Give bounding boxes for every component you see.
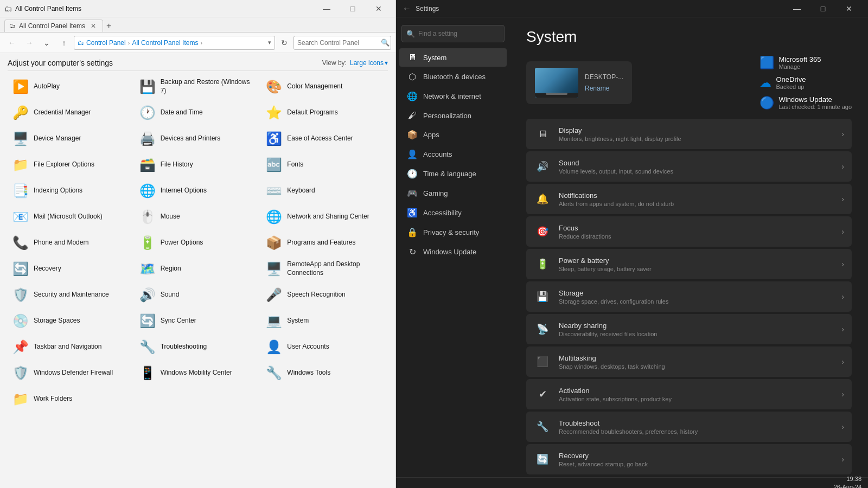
sidebar-item-update[interactable]: ↻Windows Update — [399, 242, 507, 261]
cp-item-region[interactable]: 🗺️Region — [135, 256, 261, 281]
cp-minimize-button[interactable]: — — [314, 0, 339, 17]
cp-item-taskbar-and-navigation[interactable]: 📌Taskbar and Navigation — [8, 335, 135, 359]
cp-item-windows-tools[interactable]: 🔧Windows Tools — [261, 361, 388, 386]
st-search-input[interactable] — [418, 30, 500, 37]
settings-item-focus[interactable]: 🎯FocusReduce distractions› — [526, 216, 852, 247]
cp-address-dropdown[interactable]: ▾ — [268, 39, 271, 46]
cp-item-ease-of-access-center[interactable]: ♿Ease of Access Center — [261, 126, 388, 151]
cp-viewby-link[interactable]: Large icons ▾ — [350, 59, 388, 67]
cp-item-programs-and-features[interactable]: 📦Programs and Features — [261, 230, 388, 255]
cp-item-security-and-maintenance[interactable]: 🛡️Security and Maintenance — [8, 282, 135, 307]
cp-item-devices-and-printers[interactable]: 🖨️Devices and Printers — [135, 126, 261, 151]
sidebar-item-network[interactable]: 🌐Network & internet — [399, 87, 507, 106]
cp-item-label: Security and Maintenance — [34, 291, 109, 299]
cp-refresh-button[interactable]: ↻ — [277, 36, 291, 50]
cp-item-label: Work Folders — [34, 395, 72, 403]
cp-item-storage-spaces[interactable]: 💿Storage Spaces — [8, 309, 135, 333]
cp-new-tab-button[interactable]: + — [103, 20, 114, 32]
cp-item-mouse[interactable]: 🖱️Mouse — [135, 204, 261, 229]
cp-item-label: AutoPlay — [34, 82, 60, 91]
st-close-button[interactable]: ✕ — [837, 0, 861, 17]
settings-item-chevron-icon: › — [841, 195, 844, 203]
cp-item-date-and-time[interactable]: 🕐Date and Time — [135, 100, 261, 125]
sidebar-item-gaming[interactable]: 🎮Gaming — [399, 184, 507, 203]
cp-item-credential-manager[interactable]: 🔑Credential Manager — [8, 100, 135, 125]
cp-item-network-and-sharing-center[interactable]: 🌐Network and Sharing Center — [261, 204, 388, 229]
gaming-nav-icon: 🎮 — [407, 188, 418, 198]
st-back-button[interactable]: ← — [403, 4, 411, 14]
cp-dropdown-button[interactable]: ⌄ — [39, 35, 54, 50]
cp-item-mail-microsoft-outlook[interactable]: 📧Mail (Microsoft Outlook) — [8, 204, 135, 229]
st-quick-link-m365[interactable]: 🟦 Microsoft 365 Manage — [760, 55, 852, 70]
sidebar-item-bluetooth[interactable]: ⬡Bluetooth & devices — [399, 67, 507, 86]
cp-item-file-explorer-options[interactable]: 📁File Explorer Options — [8, 152, 135, 177]
sidebar-item-privacy[interactable]: 🔒Privacy & security — [399, 223, 507, 242]
settings-item-title: Focus — [559, 224, 834, 232]
cp-item-icon: 🔋 — [139, 234, 156, 252]
cp-item-color-management[interactable]: 🎨Color Management — [261, 74, 388, 99]
cp-forward-button[interactable]: → — [22, 35, 37, 50]
settings-item-power--battery[interactable]: 🔋Power & batterySleep, battery usage, ba… — [526, 249, 852, 279]
cp-item-device-manager[interactable]: 🖥️Device Manager — [8, 126, 135, 151]
cp-item-indexing-options[interactable]: 📑Indexing Options — [8, 178, 135, 203]
settings-item-recovery[interactable]: 🔄RecoveryReset, advanced startup, go bac… — [526, 444, 852, 474]
cp-address-bar[interactable]: 🗂 Control Panel › All Control Panel Item… — [74, 36, 275, 50]
cp-item-internet-options[interactable]: 🌐Internet Options — [135, 178, 261, 203]
st-device-rename-link[interactable]: Rename — [585, 85, 609, 92]
cp-search-icon[interactable]: 🔍 — [381, 38, 390, 47]
st-minimize-button[interactable]: — — [784, 0, 809, 17]
st-quick-link-onedrive[interactable]: ☁ OneDrive Backed up — [760, 75, 852, 90]
settings-item-multitasking[interactable]: ⬛MultitaskingSnap windows, desktops, tas… — [526, 346, 852, 377]
cp-search-input[interactable] — [297, 39, 379, 47]
st-search-box: 🔍 — [401, 25, 505, 42]
cp-item-backup-and-restore-windows-7[interactable]: 💾Backup and Restore (Windows 7) — [135, 74, 261, 99]
cp-item-windows-defender-firewall[interactable]: 🛡️Windows Defender Firewall — [8, 361, 135, 386]
cp-item-file-history[interactable]: 🗃️File History — [135, 152, 261, 177]
settings-item-notifications[interactable]: 🔔NotificationsAlerts from apps and syste… — [526, 184, 852, 214]
cp-item-power-options[interactable]: 🔋Power Options — [135, 230, 261, 255]
cp-item-label: Internet Options — [161, 187, 207, 195]
settings-item-sound[interactable]: 🔊SoundVolume levels, output, input, soun… — [526, 151, 852, 182]
cp-tab-close[interactable]: ✕ — [91, 22, 96, 30]
sidebar-item-time[interactable]: 🕐Time & language — [399, 164, 507, 183]
cp-item-phone-and-modem[interactable]: 📞Phone and Modem — [8, 230, 135, 255]
settings-item-chevron-icon: › — [841, 227, 844, 236]
cp-item-default-programs[interactable]: ⭐Default Programs — [261, 100, 388, 125]
cp-items-grid: ▶️AutoPlay💾Backup and Restore (Windows 7… — [8, 74, 388, 412]
cp-item-remoteapp-and-desktop-connections[interactable]: 🖥️RemoteApp and Desktop Connections — [261, 256, 388, 281]
settings-item-nearby-sharing[interactable]: 📡Nearby sharingDiscoverability, received… — [526, 314, 852, 344]
cp-item-fonts[interactable]: 🔤Fonts — [261, 152, 388, 177]
cp-item-user-accounts[interactable]: 👤User Accounts — [261, 335, 388, 359]
cp-up-button[interactable]: ↑ — [56, 35, 72, 50]
st-maximize-button[interactable]: □ — [810, 0, 835, 17]
cp-item-keyboard[interactable]: ⌨️Keyboard — [261, 178, 388, 203]
cp-item-troubleshooting[interactable]: 🔧Troubleshooting — [135, 335, 261, 359]
cp-item-system[interactable]: 💻System — [261, 309, 388, 333]
cp-item-label: Taskbar and Navigation — [34, 343, 101, 351]
cp-item-windows-mobility-center[interactable]: 📱Windows Mobility Center — [135, 361, 261, 386]
cp-back-button[interactable]: ← — [4, 35, 20, 50]
settings-item-activation[interactable]: ✔ActivationActivation state, subscriptio… — [526, 379, 852, 409]
sidebar-item-accounts[interactable]: 👤Accounts — [399, 145, 507, 164]
st-device-card[interactable]: DESKTOP-... Rename — [526, 61, 632, 104]
sidebar-item-apps[interactable]: 📦Apps — [399, 125, 507, 144]
cp-item-autoplay[interactable]: ▶️AutoPlay — [8, 74, 135, 99]
cp-close-button[interactable]: ✕ — [366, 0, 391, 17]
settings-item-display[interactable]: 🖥DisplayMonitors, brightness, night ligh… — [526, 119, 852, 149]
sidebar-item-system[interactable]: 🖥System — [399, 48, 507, 67]
cp-maximize-button[interactable]: □ — [340, 0, 365, 17]
activation-icon: ✔ — [534, 386, 551, 403]
cp-item-recovery[interactable]: 🔄Recovery — [8, 256, 135, 281]
cp-item-speech-recognition[interactable]: 🎤Speech Recognition — [261, 282, 388, 307]
cp-item-sound[interactable]: 🔊Sound — [135, 282, 261, 307]
cp-item-work-folders[interactable]: 📁Work Folders — [8, 387, 135, 412]
cp-item-icon: 💾 — [139, 78, 156, 95]
settings-item-storage[interactable]: 💾StorageStorage space, drives, configura… — [526, 281, 852, 312]
taskbar-time: 19:38 26-Aug-24 — [834, 475, 861, 488]
troubleshoot-icon: 🔧 — [534, 418, 551, 435]
st-quick-link-update[interactable]: 🔵 Windows Update Last checked: 1 minute … — [760, 95, 852, 110]
sidebar-item-personalization[interactable]: 🖌Personalization — [399, 106, 507, 125]
cp-item-sync-center[interactable]: 🔄Sync Center — [135, 309, 261, 333]
sidebar-item-accessibility[interactable]: ♿Accessibility — [399, 203, 507, 222]
settings-item-troubleshoot[interactable]: 🔧TroubleshootRecommended troubleshooters… — [526, 412, 852, 442]
